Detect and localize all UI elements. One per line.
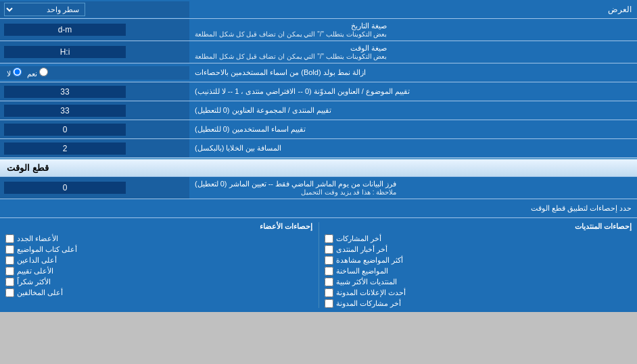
cb-top-inviters: أعلى الداعين — [5, 256, 313, 265]
cell-spacing-input-container — [0, 139, 189, 157]
cb-forum-news-input[interactable] — [325, 245, 333, 254]
cb-similar-forums-input[interactable] — [325, 278, 333, 286]
bold-remove-row: ازالة نمط بولد (Bold) من اسماء المستخدمي… — [0, 63, 637, 82]
date-format-input-container — [0, 19, 189, 41]
time-format-row: صيغة الوقت بعض التكوينات يتطلب "/" التي … — [0, 41, 637, 63]
cb-top-violators: أعلى المخالفين — [5, 288, 313, 297]
user-order-input-container — [0, 120, 189, 138]
time-format-label: صيغة الوقت بعض التكوينات يتطلب "/" التي … — [189, 41, 637, 63]
members-stats-title: إحصاءات الأعضاء — [5, 222, 313, 231]
cb-most-viewed: أكثر المواضيع مشاهدة — [325, 256, 632, 265]
cell-spacing-row: المسافة بين الخلايا (بالبكسل) — [0, 139, 637, 158]
cb-similar-forums: المنتديات الأكثر شبية — [325, 278, 632, 286]
cb-blog-posts-input[interactable] — [325, 299, 333, 308]
bold-remove-no-radio[interactable] — [13, 68, 22, 76]
cb-blog-posts: أخر مشاركات المدونة — [325, 299, 632, 308]
cb-hot-topics-input[interactable] — [325, 267, 333, 276]
cut-time-input-container — [0, 177, 189, 199]
cb-most-thanks: الأكثر شكراً — [5, 278, 313, 286]
cut-section-title: قطع الوقت — [7, 163, 49, 173]
stats-apply-label: حدد إحصاءات لتطبيق قطع الوقت — [5, 204, 632, 213]
display-header-row: العرض سطر واحدسطرينثلاثة أسطر — [0, 0, 637, 19]
cb-new-members-input[interactable] — [5, 234, 14, 243]
user-order-label: تقييم اسماء المستخدمين (0 للتعطيل) — [189, 120, 637, 138]
user-order-input[interactable] — [4, 124, 126, 136]
bold-remove-yes-radio[interactable] — [39, 68, 48, 76]
forums-stats-title: إحصاءات المنتديات — [325, 222, 632, 231]
cb-top-inviters-input[interactable] — [5, 256, 14, 265]
bold-remove-input-container: نعم لا — [0, 66, 189, 80]
topic-order-input[interactable] — [4, 86, 126, 98]
cb-last-posts: أخر المشاركات — [325, 234, 632, 243]
cut-time-input[interactable] — [4, 182, 126, 194]
date-format-row: صيغة التاريخ بعض التكوينات يتطلب "/" الت… — [0, 19, 637, 41]
cell-spacing-label: المسافة بين الخلايا (بالبكسل) — [189, 139, 637, 157]
cb-hot-topics: المواضيع الساخنة — [325, 267, 632, 276]
date-format-input[interactable] — [4, 24, 126, 36]
main-container: العرض سطر واحدسطرينثلاثة أسطر صيغة التار… — [0, 0, 637, 312]
stats-apply-row: حدد إحصاءات لتطبيق قطع الوقت — [0, 199, 637, 218]
bold-remove-yes-label: نعم — [27, 68, 48, 78]
forum-order-row: تقييم المنتدى / المجموعة العناوين (0 للت… — [0, 101, 637, 120]
time-format-input[interactable] — [4, 46, 126, 58]
cut-time-label-line1: فرز البيانات من يوم الماشر الماضي فقط --… — [195, 180, 396, 188]
forum-order-label: تقييم المنتدى / المجموعة العناوين (0 للت… — [189, 101, 637, 120]
topic-order-label: تقييم الموضوع / العناوين المدوّنة (0 -- … — [189, 82, 637, 101]
cell-spacing-input[interactable] — [4, 142, 126, 155]
cb-most-thanks-input[interactable] — [5, 278, 14, 286]
cb-top-writers: أعلى كتاب المواضيع — [5, 245, 313, 254]
display-label: العرض — [189, 2, 637, 17]
time-format-input-container — [0, 41, 189, 63]
time-format-label-line1: صيغة الوقت — [195, 44, 387, 53]
cut-time-label-line2: ملاحظة : هذا قد يزيد وقت التحميل — [195, 188, 396, 196]
display-select[interactable]: سطر واحدسطرينثلاثة أسطر — [4, 3, 85, 16]
cb-most-viewed-input[interactable] — [325, 256, 333, 265]
cb-top-writers-input[interactable] — [5, 245, 14, 254]
cb-latest-announcements-input[interactable] — [325, 288, 333, 297]
cut-section-header: قطع الوقت — [0, 158, 637, 177]
forums-stats-column: إحصاءات المنتديات أخر المشاركات أخر أخبا… — [325, 222, 632, 308]
column-divider — [318, 222, 319, 308]
display-select-container: سطر واحدسطرينثلاثة أسطر — [0, 1, 189, 18]
checkboxes-area: إحصاءات المنتديات أخر المشاركات أخر أخبا… — [0, 218, 637, 312]
date-format-label-line1: صيغة التاريخ — [195, 22, 387, 30]
date-format-label: صيغة التاريخ بعض التكوينات يتطلب "/" الت… — [189, 19, 637, 41]
cut-time-row: فرز البيانات من يوم الماشر الماضي فقط --… — [0, 177, 637, 199]
cb-forum-news: أخر أخبار المنتدى — [325, 245, 632, 254]
cb-new-members: الأعضاء الجدد — [5, 234, 313, 243]
cb-top-violators-input[interactable] — [5, 288, 14, 297]
bold-remove-label: ازالة نمط بولد (Bold) من اسماء المستخدمي… — [189, 66, 637, 80]
topic-order-row: تقييم الموضوع / العناوين المدوّنة (0 -- … — [0, 82, 637, 101]
time-format-label-line2: بعض التكوينات يتطلب "/" التي يمكن ان تضا… — [195, 53, 387, 60]
cb-last-posts-input[interactable] — [325, 234, 333, 243]
cb-top-rated: الأعلى تقييم — [5, 267, 313, 276]
bold-remove-no-label: لا — [7, 68, 22, 78]
cb-top-rated-input[interactable] — [5, 267, 14, 276]
cb-latest-announcements: أحدث الإعلانات المدونة — [325, 288, 632, 297]
cut-time-label: فرز البيانات من يوم الماشر الماضي فقط --… — [189, 177, 637, 199]
date-format-label-line2: بعض التكوينات يتطلب "/" التي يمكن ان تضا… — [195, 30, 387, 38]
forum-order-input-container — [0, 101, 189, 120]
members-stats-column: إحصاءات الأعضاء الأعضاء الجدد أعلى كتاب … — [5, 222, 313, 308]
forum-order-input[interactable] — [4, 105, 126, 117]
user-order-row: تقييم اسماء المستخدمين (0 للتعطيل) — [0, 120, 637, 139]
topic-order-input-container — [0, 82, 189, 101]
